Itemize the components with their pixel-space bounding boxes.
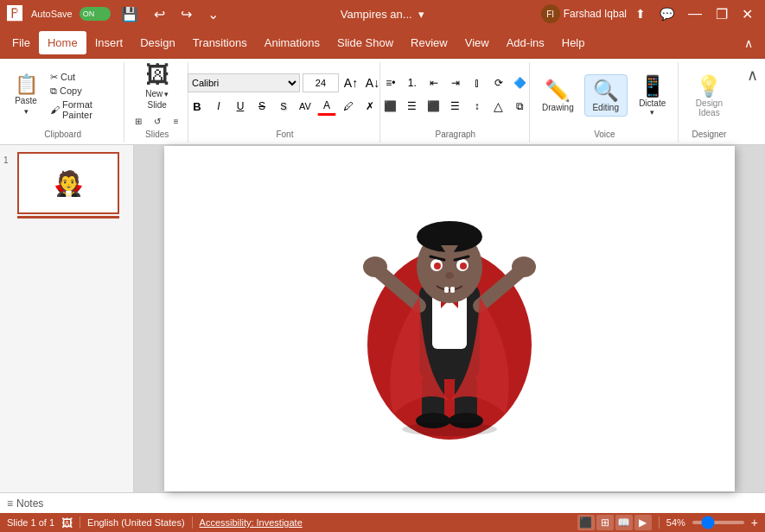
paste-button[interactable]: 📋 Paste ▾ [7,70,45,122]
font-family-select[interactable]: Calibri [188,73,300,92]
editing-label: Editing [592,103,619,112]
numbering-btn[interactable]: 1. [403,73,422,92]
copy-button[interactable]: ⧉ Copy [47,85,118,98]
ribbon-collapse-btn[interactable]: ∧ [736,31,762,55]
arrange-btn[interactable]: ⧉ [511,97,530,116]
increase-indent-btn[interactable]: ⇥ [446,73,465,92]
zoom-slider[interactable] [692,521,744,524]
font-size-input[interactable] [303,73,339,92]
new-slide-dropdown[interactable]: ▾ [164,90,169,98]
close-button[interactable]: ✕ [736,4,758,24]
maximize-button[interactable]: ❐ [711,4,733,24]
decrease-indent-btn[interactable]: ⇤ [424,73,443,92]
section-btn[interactable]: ≡ [168,114,185,129]
user-area[interactable]: FI Farshad Iqbal [541,4,627,23]
status-bar: Slide 1 of 1 🖼 English (United States) A… [0,513,765,532]
editing-icon: 🔍 [593,79,619,103]
menu-bar: File Home Insert Design Transitions Anim… [0,28,765,59]
line-spacing-btn[interactable]: ↕ [468,97,487,116]
autosave-label: AutoSave [31,9,73,19]
design-ideas-label: Design [696,98,723,108]
status-sep-1 [80,516,80,529]
menu-transitions[interactable]: Transitions [184,31,256,54]
zoom-in-icon[interactable]: + [751,516,758,529]
menu-slideshow[interactable]: Slide Show [328,31,402,54]
notes-bar[interactable]: ≡ Notes [0,492,765,513]
minimize-button[interactable]: — [683,4,707,23]
text-direction-btn[interactable]: ⟳ [489,73,508,92]
customize-button[interactable]: ⌄ [202,4,224,24]
menu-design[interactable]: Design [131,31,183,54]
menu-help[interactable]: Help [553,31,594,54]
format-painter-button[interactable]: 🖌 Format Painter [47,98,118,121]
layout-grid-btn[interactable]: ⊞ [130,114,147,129]
menu-addins[interactable]: Add-ins [498,31,553,54]
dictate-label: Dictate [639,98,666,108]
align-center-btn[interactable]: ☰ [403,97,422,116]
slide-sorter-btn[interactable]: ⊞ [596,515,614,530]
menu-file[interactable]: File [3,31,39,54]
share-button[interactable]: ⬆ [630,5,651,22]
shapes-btn[interactable]: △ [489,97,508,116]
cut-button[interactable]: ✂ Cut [47,71,118,84]
reset-btn[interactable]: ↺ [149,114,166,129]
highlight-color-btn[interactable]: 🖊 [339,97,358,116]
svg-rect-16 [450,287,455,293]
menu-animations[interactable]: Animations [256,31,328,54]
paste-dropdown-icon[interactable]: ▾ [24,107,29,116]
menu-home[interactable]: Home [39,31,86,54]
bold-button[interactable]: B [188,97,207,116]
slide-number-1: 1 [3,155,14,165]
clipboard-small-btns: ✂ Cut ⧉ Copy 🖌 Format Painter [47,71,118,121]
comments-button[interactable]: 💬 [654,5,679,22]
menu-view[interactable]: View [456,31,498,54]
canvas-area[interactable] [134,145,765,492]
slide-thumbnail-1[interactable]: 1 🧛 [3,152,130,218]
dictate-dropdown[interactable]: ▾ [650,108,654,117]
font-color-btn[interactable]: A [317,97,336,116]
dictate-button[interactable]: 📱 Dictate ▾ [631,71,674,120]
font-row-2: B I U S S AV A 🖊 ✗ [188,97,382,116]
reading-view-btn[interactable]: 📖 [615,515,633,530]
char-spacing-btn[interactable]: AV [296,97,315,116]
clear-format-btn[interactable]: ✗ [360,97,379,116]
title-dropdown-icon[interactable]: ▾ [418,8,424,21]
presenter-view-btn[interactable]: ▶ [634,515,652,530]
cut-label: Cut [61,72,75,82]
strikethrough-button[interactable]: S [252,97,271,116]
save-button[interactable]: 💾 [116,4,143,24]
font-controls: Calibri A↑ A↓ B I U S S AV A 🖊 ✗ [188,62,382,129]
shadow-button[interactable]: S [274,97,293,116]
new-slide-button[interactable]: 🖼 New ▾ Slide [140,63,175,111]
clipboard-group: 📋 Paste ▾ ✂ Cut ⧉ Copy 🖌 Format P [2,62,124,142]
user-avatar: FI [541,4,560,23]
ribbon-collapse-arrow[interactable]: ∧ [742,62,763,142]
copy-label: Copy [60,86,82,96]
slide-canvas[interactable] [164,146,735,491]
bullets-btn[interactable]: ≡• [381,73,400,92]
editing-button[interactable]: 🔍 Editing [584,74,628,117]
menu-review[interactable]: Review [402,31,456,54]
normal-view-btn[interactable]: ⬛ [577,515,595,530]
justify-btn[interactable]: ☰ [446,97,465,116]
smartart-btn[interactable]: 🔷 [511,73,530,92]
align-left-btn[interactable]: ⬛ [381,97,400,116]
design-ideas-button[interactable]: 💡 Design Ideas [683,71,735,121]
drawing-button[interactable]: ✏️ Drawing [535,75,581,116]
align-right-btn[interactable]: ⬛ [424,97,443,116]
voice-group: ✏️ Drawing 🔍 Editing 📱 Dictate ▾ Voice [532,62,679,142]
redo-button[interactable]: ↪ [175,4,197,24]
slide-panel: 1 🧛 [0,145,134,492]
increase-font-btn[interactable]: A↑ [341,73,360,92]
vampire-container [328,146,571,440]
autosave-toggle[interactable] [80,7,111,21]
decrease-font-btn[interactable]: A↓ [363,73,382,92]
columns-btn[interactable]: ⫿ [468,73,487,92]
clipboard-label: Clipboard [2,130,124,139]
slide-image-1[interactable]: 🧛 [17,152,119,214]
undo-button[interactable]: ↩ [149,4,170,24]
menu-insert[interactable]: Insert [86,31,132,54]
italic-button[interactable]: I [209,97,228,116]
underline-button[interactable]: U [231,97,250,116]
slide-layout-btns: ⊞ ↺ ≡ [130,114,185,129]
